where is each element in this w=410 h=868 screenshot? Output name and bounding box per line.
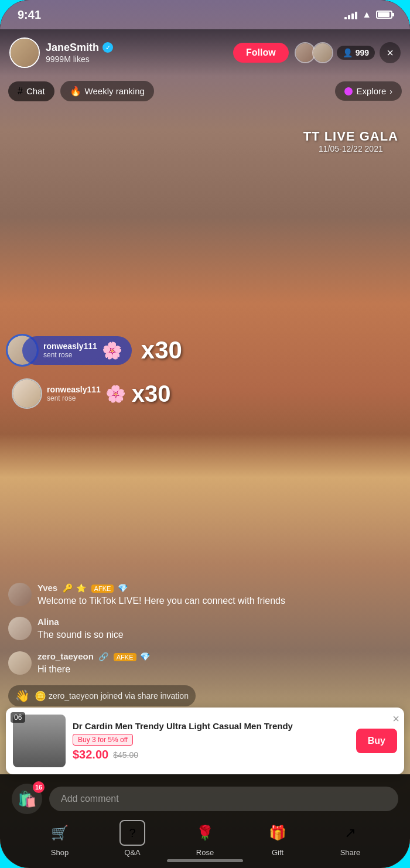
gift-emoji-1: 🌸	[102, 341, 122, 360]
chat-text-zero: Hi there	[37, 663, 402, 676]
chat-badge-star: ⭐	[76, 583, 86, 593]
gift-pill-1: ronweasly111 sent rose 🌸	[22, 336, 132, 365]
chat-content-zero: zero_taeyeon 🔗 AFKE 💎 Hi there	[37, 651, 402, 676]
tab-ranking[interactable]: 🔥 Weekly ranking	[60, 81, 154, 101]
follow-button[interactable]: Follow	[233, 43, 289, 63]
gift-username-2: ronweasly111	[47, 385, 101, 394]
tab-ranking-label: Weekly ranking	[85, 86, 145, 96]
chat-area: Yves 🔑 ⭐ AFKE 💎 Welcome to TikTok LIVE! …	[0, 583, 410, 716]
coin-icon: 🪙	[35, 691, 46, 702]
chat-avatar-alina	[8, 617, 32, 640]
battery-fill	[378, 12, 390, 17]
viewer-avatar-2	[312, 42, 333, 63]
nav-tabs: # Chat 🔥 Weekly ranking Explore ›	[0, 81, 410, 101]
status-bar: 9:41 ▲	[0, 0, 410, 29]
rose-icon: 🌹	[192, 820, 218, 846]
gift-row-2: ronweasly111 sent rose 🌸 x30	[6, 378, 404, 409]
tab-explore[interactable]: Explore ›	[335, 81, 402, 101]
chat-username-alina: Alina	[37, 617, 59, 627]
status-time: 9:41	[18, 8, 41, 22]
chat-badge-link: 🔗	[98, 652, 108, 661]
join-notification: 👋 🪙 zero_taeyeon joined via share invati…	[8, 685, 196, 706]
chevron-right-icon: ›	[390, 87, 392, 96]
share-icon: ↗	[337, 820, 363, 846]
action-rose[interactable]: 🌹 Rose	[192, 820, 218, 857]
chat-badge-afke-zero: AFKE	[114, 653, 136, 661]
person-icon: 👤	[343, 48, 353, 57]
chat-avatar-yves	[8, 583, 32, 606]
bottom-actions: 🛒 Shop ? Q&A 🌹 Rose 🎁 Gift ↗ Share	[12, 820, 398, 857]
explore-dot-icon	[344, 87, 353, 95]
chat-badge-afke: AFKE	[91, 585, 114, 593]
join-text: zero_taeyeon joined via share invation	[49, 691, 189, 700]
user-name: JaneSmith	[46, 42, 99, 54]
chat-message-2: Alina The sound is so nice	[8, 617, 402, 641]
gift-username-1: ronweasly111	[43, 341, 97, 351]
fire-icon: 🔥	[70, 86, 81, 97]
hashtag-icon: #	[18, 86, 23, 97]
product-info: Dr Cardin Men Trendy Ultra Light Casual …	[73, 720, 349, 762]
signal-bar-1	[344, 17, 347, 19]
user-name-row: JaneSmith ✓	[46, 42, 227, 54]
action-qa[interactable]: ? Q&A	[119, 820, 145, 857]
user-likes: 9999M likes	[46, 54, 90, 64]
product-card: 06 Dr Cardin Men Trendy Ultra Light Casu…	[6, 708, 404, 774]
product-price-row: $32.00 $45.00	[73, 748, 349, 761]
tab-explore-label: Explore	[356, 86, 386, 96]
chat-badge-gem-zero: 💎	[140, 652, 150, 661]
gift-emoji-2: 🌸	[105, 384, 126, 404]
gift-multiplier-2: x30	[132, 381, 171, 407]
product-title: Dr Cardin Men Trendy Ultra Light Casual …	[73, 720, 349, 732]
wifi-icon: ▲	[362, 9, 371, 20]
shop-icon-wrap[interactable]: 🛍️ 16	[12, 784, 42, 814]
product-old-price: $45.00	[113, 750, 138, 760]
bottom-input-row: 🛍️ 16	[12, 784, 398, 814]
gift-label: Gift	[272, 848, 283, 857]
comment-input[interactable]	[49, 787, 398, 811]
viewer-count: 999	[356, 48, 369, 57]
shop-action-icon: 🛒	[47, 820, 73, 846]
wave-icon: 👋	[15, 689, 30, 703]
chat-message-1: Yves 🔑 ⭐ AFKE 💎 Welcome to TikTok LIVE! …	[8, 583, 402, 607]
action-gift[interactable]: 🎁 Gift	[265, 820, 291, 857]
shop-label: Shop	[51, 848, 69, 857]
product-close-button[interactable]: ×	[392, 712, 399, 726]
signal-bar-3	[351, 13, 354, 19]
bottom-bar: 🛍️ 16 🛒 Shop ? Q&A 🌹 Rose	[0, 774, 410, 868]
buy-button[interactable]: Buy	[356, 729, 397, 753]
user-avatar[interactable]	[9, 37, 40, 68]
qa-icon: ?	[119, 820, 145, 846]
chat-username-yves: Yves	[37, 583, 57, 593]
chat-name-row-alina: Alina	[37, 617, 402, 627]
header-bar: JaneSmith ✓ 9999M likes Follow 👤 999 ×	[0, 29, 410, 76]
gift-action-1: sent rose	[43, 351, 97, 359]
tab-chat[interactable]: # Chat	[8, 81, 54, 101]
share-label: Share	[340, 848, 361, 857]
status-icons: ▲	[344, 9, 392, 20]
signal-bar-4	[355, 12, 357, 19]
action-share[interactable]: ↗ Share	[337, 820, 363, 857]
avatar-image	[11, 39, 39, 67]
gift-text-2: ronweasly111 sent rose	[47, 385, 101, 402]
home-indicator	[167, 859, 243, 862]
screen: 9:41 ▲ JaneSmith	[0, 0, 410, 868]
chat-avatar-zero	[8, 651, 32, 675]
signal-bar-2	[348, 15, 350, 19]
gift-icon: 🎁	[265, 820, 291, 846]
tab-chat-label: Chat	[26, 86, 45, 96]
product-price: $32.00	[73, 748, 108, 761]
signal-bars-icon	[344, 10, 357, 19]
close-button[interactable]: ×	[380, 42, 401, 63]
gift-area: ronweasly111 sent rose 🌸 x30 ronweasly11…	[0, 334, 410, 409]
gift-action-2: sent rose	[47, 394, 101, 402]
qa-label: Q&A	[124, 848, 140, 857]
chat-message-3: zero_taeyeon 🔗 AFKE 💎 Hi there	[8, 651, 402, 676]
verified-badge-icon: ✓	[102, 42, 113, 53]
chat-text-yves: Welcome to TikTok LIVE! Here you can con…	[37, 594, 402, 607]
chat-badge-gem: 💎	[118, 583, 128, 593]
product-number: 06	[11, 712, 25, 723]
gift-info-text-1: ronweasly111 sent rose	[43, 341, 97, 359]
chat-content-alina: Alina The sound is so nice	[37, 617, 402, 641]
chat-username-zero: zero_taeyeon	[37, 651, 94, 661]
action-shop[interactable]: 🛒 Shop	[47, 820, 73, 857]
